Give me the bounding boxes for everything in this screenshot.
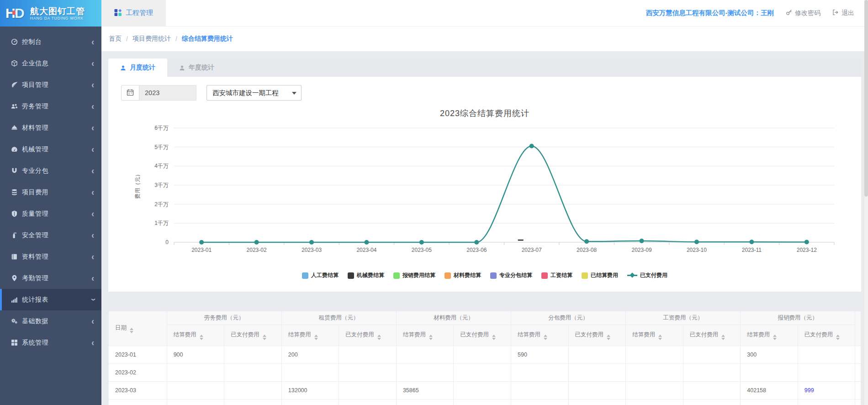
scrollbar-thumb[interactable] — [864, 0, 868, 197]
cell-date — [109, 400, 167, 405]
column-sub-header[interactable]: 已支付费用 — [454, 325, 511, 346]
legend-item[interactable]: 已支付费用 — [627, 272, 667, 279]
chevron-down-icon: ‹ — [88, 298, 97, 301]
table-cell — [224, 382, 282, 400]
table-cell — [626, 382, 683, 400]
company-user-label[interactable]: 西安万慧信息工程有限公司-测试公司：王刚 — [646, 9, 774, 17]
sidebar-item-attendance-mgmt[interactable]: 考勤管理‹ — [0, 267, 101, 289]
table-cell — [167, 382, 224, 400]
sidebar-item-console[interactable]: 控制台‹ — [0, 31, 101, 53]
chevron-left-icon: ‹ — [91, 338, 94, 347]
sidebar-item-machinery-mgmt[interactable]: 机械管理‹ — [0, 139, 101, 160]
magnet-icon — [11, 167, 22, 174]
sidebar-item-label: 项目管理 — [22, 81, 91, 89]
column-sub-header[interactable]: 已支付费用 — [568, 325, 626, 346]
year-input[interactable] — [139, 85, 196, 101]
user-icon — [120, 65, 126, 71]
table-cell — [454, 364, 511, 382]
svg-text:0: 0 — [165, 239, 169, 245]
chart-panel: 西安城市建设一期工程 2023综合结算费用统计 01千万2千万3千万4千万5千万… — [108, 77, 861, 292]
project-select[interactable]: 西安城市建设一期工程 — [206, 85, 302, 101]
module-tab-project-management[interactable]: 工程管理 — [101, 0, 166, 27]
sidebar-item-label: 系统管理 — [22, 339, 91, 347]
legend-item[interactable]: 材料费结算 — [445, 272, 481, 279]
sidebar-item-safety-mgmt[interactable]: 安全管理‹ — [0, 224, 101, 246]
table-cell — [224, 400, 282, 405]
sidebar-item-project-mgmt[interactable]: 项目管理‹ — [0, 74, 101, 96]
bar-chart-icon — [11, 296, 22, 303]
legend-square-marker — [393, 272, 400, 279]
database-icon — [11, 189, 22, 196]
app-root: H D 航大图钉工管 HANG DA TUDING WORK 控制台‹企业信息‹… — [0, 0, 868, 405]
column-sub-header[interactable]: 结算费用 — [741, 325, 798, 346]
change-password-button[interactable]: 修改密码 — [786, 9, 820, 17]
sidebar-item-project-cost[interactable]: 项目费用‹ — [0, 181, 101, 203]
gears-icon — [11, 318, 22, 325]
table-row: 2023-02 — [109, 364, 861, 382]
legend-item[interactable]: 人工费结算 — [302, 272, 339, 279]
legend-label: 专业分包结算 — [499, 272, 532, 279]
column-sub-header[interactable]: 结算费用 — [396, 325, 454, 346]
legend-item[interactable]: 机械费结算 — [348, 272, 384, 279]
logout-button[interactable]: 退出 — [832, 9, 854, 17]
logo-subtitle: HANG DA TUDING WORK — [30, 16, 85, 21]
column-group-header: 工资费用（元） — [626, 311, 741, 325]
sidebar-item-subcontract[interactable]: 专业分包‹ — [0, 160, 101, 181]
map-marker-icon — [11, 275, 22, 282]
legend-item[interactable]: 专业分包结算 — [490, 272, 532, 279]
sidebar-item-label: 控制台 — [22, 38, 91, 46]
breadcrumb-item[interactable]: 项目费用统计 — [132, 35, 171, 43]
sidebar-item-system-mgmt[interactable]: 系统管理‹ — [0, 332, 101, 353]
sidebar-item-statistics-report[interactable]: 统计报表‹ — [0, 289, 101, 310]
tab-yearly-stats[interactable]: 年度统计 — [167, 59, 226, 77]
table-row: 2023-0313200035865402158999 — [109, 382, 861, 400]
expense-table-panel: 日期劳务费用（元）租赁费用（元）材料费用（元）分包费用（元）工资费用（元）报销费… — [108, 311, 861, 405]
cell-paid-link[interactable]: 999 — [798, 382, 855, 400]
sidebar-item-document-mgmt[interactable]: 资料管理‹ — [0, 246, 101, 267]
sidebar-item-labor-mgmt[interactable]: 劳务管理‹ — [0, 96, 101, 117]
main-content: 月度统计年度统计 西安城市建设一期工程 2023综合结算费用统计 01千万2千万… — [101, 51, 868, 405]
column-sub-header[interactable]: 结算费用 — [167, 325, 224, 346]
column-group-header: 材料费用（元） — [396, 311, 511, 325]
cell-date: 2023-03 — [109, 382, 167, 400]
table-gutter-cell — [855, 400, 861, 405]
sort-carets-icon — [263, 335, 266, 340]
users-icon — [11, 103, 22, 110]
logo-title: 航大图钉工管 — [30, 6, 85, 16]
sidebar-item-company-info[interactable]: 企业信息‹ — [0, 53, 101, 74]
breadcrumb-item[interactable]: 首页 — [109, 35, 122, 43]
legend-item[interactable]: 工资结算 — [541, 272, 572, 279]
column-sub-header[interactable]: 结算费用 — [626, 325, 683, 346]
hardhat-icon — [11, 124, 22, 131]
tab-monthly-stats[interactable]: 月度统计 — [108, 59, 167, 77]
svg-text:2023-02: 2023-02 — [247, 247, 267, 253]
sidebar-item-quality-mgmt[interactable]: 质量管理‹ — [0, 203, 101, 224]
column-sub-header[interactable]: 已支付费用 — [683, 325, 741, 346]
table-cell — [683, 346, 741, 364]
sidebar-item-material-mgmt[interactable]: 材料管理‹ — [0, 117, 101, 139]
column-group-header: 分包费用（元） — [511, 311, 626, 325]
table-row — [109, 400, 861, 405]
page-scrollbar[interactable] — [864, 0, 868, 405]
calendar-button[interactable] — [121, 85, 139, 101]
expense-table-body: 2023-019002005903002023-022023-031320003… — [109, 346, 861, 405]
column-sub-header[interactable]: 已支付费用 — [339, 325, 397, 346]
sort-carets-icon — [721, 335, 725, 340]
table-cell — [626, 346, 683, 364]
legend-label: 机械费结算 — [357, 272, 384, 279]
app-logo[interactable]: H D 航大图钉工管 HANG DA TUDING WORK — [0, 0, 101, 27]
column-sub-header[interactable]: 已支付费用 — [798, 325, 855, 346]
table-cell — [396, 364, 454, 382]
project-select-value: 西安城市建设一期工程 — [212, 89, 279, 97]
legend-item[interactable]: 已结算费用 — [582, 272, 618, 279]
sidebar-item-base-data[interactable]: 基础数据‹ — [0, 310, 101, 332]
column-header-date[interactable]: 日期 — [109, 311, 167, 346]
column-sub-header[interactable]: 结算费用 — [281, 325, 339, 346]
legend-item[interactable]: 报销费用结算 — [393, 272, 435, 279]
breadcrumb-separator: / — [126, 35, 128, 43]
sidebar-menu: 控制台‹企业信息‹项目管理‹劳务管理‹材料管理‹机械管理‹专业分包‹项目费用‹质… — [0, 27, 101, 353]
column-sub-header[interactable]: 结算费用 — [511, 325, 569, 346]
table-cell — [683, 364, 741, 382]
svg-text:2023-07: 2023-07 — [522, 247, 542, 253]
column-sub-header[interactable]: 已支付费用 — [224, 325, 282, 346]
